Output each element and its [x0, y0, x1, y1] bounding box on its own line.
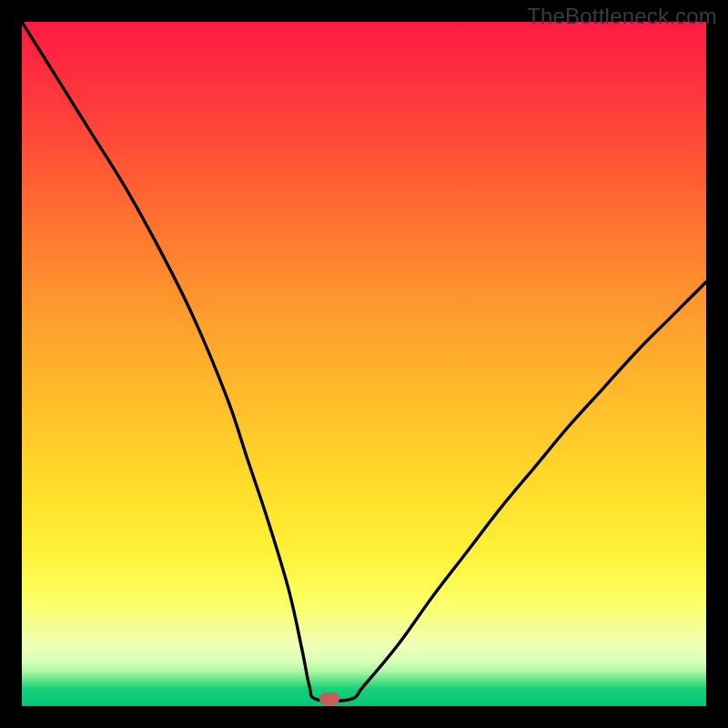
optimal-point-marker — [319, 693, 339, 705]
plot-area — [22, 22, 706, 706]
chart-frame: TheBottleneck.com — [0, 0, 728, 728]
watermark-text: TheBottleneck.com — [527, 4, 717, 29]
bottleneck-curve — [22, 22, 706, 706]
